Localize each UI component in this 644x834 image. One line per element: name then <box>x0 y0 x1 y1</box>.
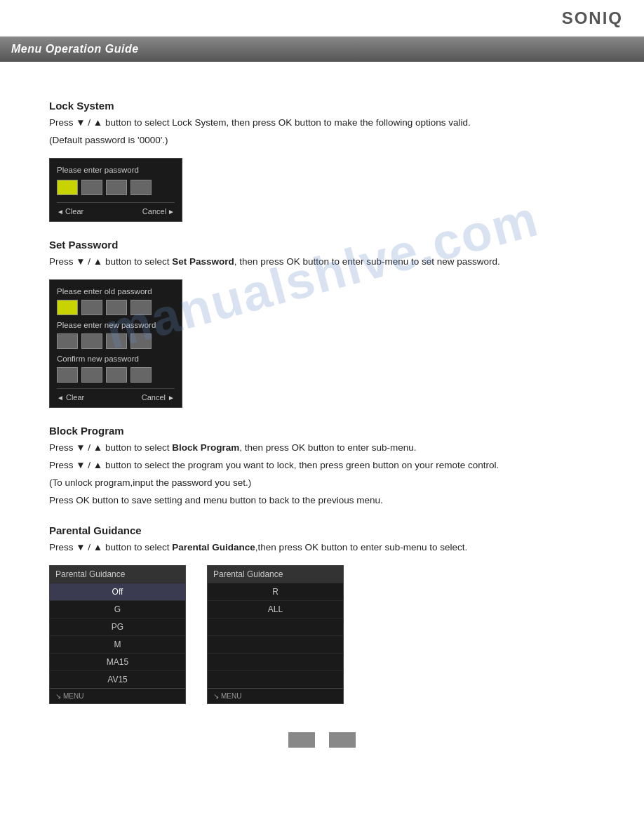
header-bar: Menu Operation Guide <box>0 37 644 62</box>
parental-guidance-section: Parental Guidance Press ▼ / ▲ button to … <box>49 524 595 704</box>
cancel-label: Cancel <box>142 393 166 402</box>
pg-row-pg[interactable]: PG <box>50 618 185 635</box>
menu-label-1: MENU <box>63 692 83 700</box>
menu-label-2: MENU <box>221 692 241 700</box>
confirm-pwd-box-4 <box>130 367 152 383</box>
block-program-desc4: Press OK button to save setting and menu… <box>49 494 595 508</box>
new-pwd-box-4 <box>130 333 152 349</box>
set-pwd-clear-button[interactable]: Clear <box>57 393 84 402</box>
old-pwd-box-3 <box>106 300 127 315</box>
pwd-box-4 <box>130 180 152 195</box>
pg-row-r[interactable]: R <box>208 583 343 600</box>
content-area: Lock System Press ▼ / ▲ button to select… <box>0 62 644 790</box>
lock-system-desc1: Press ▼ / ▲ button to select Lock System… <box>49 116 595 131</box>
right-arrow-icon <box>168 207 175 216</box>
pg-row-av15[interactable]: AV15 <box>50 670 185 688</box>
pg-table-2: Parental Guidance R ALL ↘ MENU <box>207 565 344 704</box>
new-password-label: Please enter new password <box>57 321 175 329</box>
lock-system-section: Lock System Press ▼ / ▲ button to select… <box>49 100 595 222</box>
pwd-box-2 <box>81 180 102 195</box>
new-pwd-box-1 <box>57 333 78 349</box>
pg-row-empty-1 <box>208 618 343 635</box>
clear-label: Clear <box>65 207 83 216</box>
old-password-label: Please enter old password <box>57 287 175 296</box>
confirm-pwd-box-3 <box>106 367 127 383</box>
lock-system-desc2: (Default password is '0000'.) <box>49 133 595 148</box>
set-password-section: Set Password Press ▼ / ▲ button to selec… <box>49 239 595 408</box>
lock-system-dialog-label: Please enter password <box>57 166 175 174</box>
page-title: Menu Operation Guide <box>11 43 139 55</box>
old-pwd-box-4 <box>130 300 152 315</box>
menu-icon-2: ↘ <box>213 692 219 700</box>
logo-text: SONIQ <box>562 8 623 27</box>
pg-table-2-footer: ↘ MENU <box>208 688 343 703</box>
brand-logo: SONIQ <box>562 8 623 28</box>
cancel-label: Cancel <box>142 207 166 216</box>
page-numbers <box>49 732 595 762</box>
set-password-dialog-footer: Clear Cancel <box>57 388 175 402</box>
pg-row-all[interactable]: ALL <box>208 600 343 618</box>
lock-system-password-boxes <box>57 180 175 195</box>
cancel-button[interactable]: Cancel <box>142 207 175 216</box>
lock-system-title: Lock System <box>49 100 595 112</box>
pwd-box-3 <box>106 180 127 195</box>
pg-row-ma15[interactable]: MA15 <box>50 653 185 670</box>
old-password-boxes <box>57 300 175 315</box>
pg-table-1-footer: ↘ MENU <box>50 688 185 703</box>
pg-row-m[interactable]: M <box>50 635 185 653</box>
pg-row-g[interactable]: G <box>50 600 185 618</box>
left-arrow-icon <box>57 207 64 216</box>
clear-label: Clear <box>66 393 84 402</box>
right-arrow-icon <box>168 393 175 402</box>
confirm-pwd-box-2 <box>81 367 102 383</box>
set-password-title: Set Password <box>49 239 595 251</box>
confirm-password-boxes <box>57 367 175 383</box>
new-pwd-box-2 <box>81 333 102 349</box>
parental-guidance-title: Parental Guidance <box>49 524 595 536</box>
page-num-left <box>288 732 315 748</box>
page-num-right <box>329 732 356 748</box>
set-pwd-cancel-button[interactable]: Cancel <box>142 393 175 402</box>
confirm-pwd-box-1 <box>57 367 78 383</box>
block-program-title: Block Program <box>49 425 595 437</box>
set-password-desc: Press ▼ / ▲ button to select Set Passwor… <box>49 255 595 270</box>
old-pwd-box-2 <box>81 300 102 315</box>
old-pwd-box-1 <box>57 300 78 315</box>
left-arrow-icon <box>57 393 64 402</box>
pg-row-empty-4 <box>208 670 343 688</box>
parental-guidance-desc: Press ▼ / ▲ button to select Parental Gu… <box>49 541 595 555</box>
pg-table-1: Parental Guidance Off G PG M MA15 AV15 ↘… <box>49 565 186 704</box>
block-program-section: Block Program Press ▼ / ▲ button to sele… <box>49 425 595 508</box>
confirm-password-label: Confirm new password <box>57 355 175 363</box>
block-program-desc2: Press ▼ / ▲ button to select the program… <box>49 458 595 473</box>
pg-table-2-header: Parental Guidance <box>208 566 343 583</box>
pwd-box-1 <box>57 180 78 195</box>
pg-table-1-header: Parental Guidance <box>50 566 185 583</box>
new-password-boxes <box>57 333 175 349</box>
block-program-desc3: (To unlock program,input the password yo… <box>49 476 595 491</box>
block-program-desc1: Press ▼ / ▲ button to select Block Progr… <box>49 441 595 456</box>
new-pwd-box-3 <box>106 333 127 349</box>
pg-row-off[interactable]: Off <box>50 583 185 600</box>
pg-tables-container: Parental Guidance Off G PG M MA15 AV15 ↘… <box>49 565 595 704</box>
menu-icon-1: ↘ <box>55 692 61 700</box>
lock-system-dialog-footer: Clear Cancel <box>57 202 175 216</box>
set-password-dialog: Please enter old password Please enter n… <box>49 279 182 408</box>
lock-system-dialog: Please enter password Clear Cancel <box>49 158 182 222</box>
pg-row-empty-2 <box>208 635 343 653</box>
pg-row-empty-3 <box>208 653 343 670</box>
clear-button[interactable]: Clear <box>57 207 83 216</box>
